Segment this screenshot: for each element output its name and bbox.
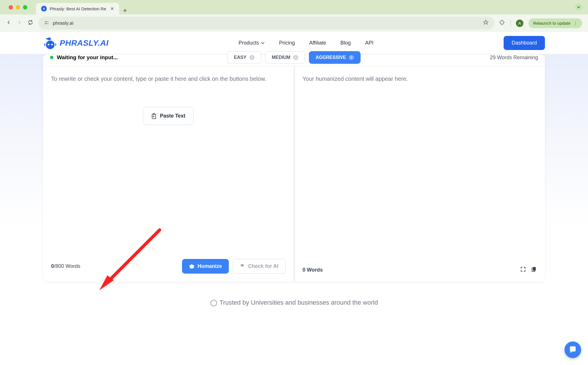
chevron-down-icon	[261, 41, 265, 45]
nav-affiliate[interactable]: Affiliate	[309, 40, 326, 46]
input-placeholder[interactable]: To rewrite or check your content, type o…	[51, 74, 286, 83]
menu-icon: ⋮	[573, 21, 578, 26]
input-footer: 0/800 Words Humanize	[51, 253, 286, 274]
paste-area: Paste Text	[51, 107, 286, 125]
logo[interactable]: PHRASLY.AI	[43, 37, 109, 49]
paste-label: Paste Text	[160, 113, 185, 119]
info-icon: i	[249, 55, 254, 60]
bookmark-icon[interactable]	[483, 20, 489, 27]
dashboard-label: Dashboard	[512, 40, 537, 46]
relaunch-button[interactable]: Relaunch to update ⋮	[529, 18, 582, 28]
nav-products[interactable]: Products	[239, 40, 265, 46]
info-icon: i	[293, 55, 298, 60]
output-pane: Your humanized content will appear here.…	[295, 66, 545, 282]
nav-buttons	[6, 20, 33, 27]
footer-actions: Humanize Check for AI	[182, 259, 285, 274]
trusted-banner: ◯Trusted by Universities and businesses …	[43, 299, 545, 306]
main-content: Waiting for your input... EASY i MEDIUM …	[0, 54, 588, 342]
close-window-button[interactable]	[9, 5, 13, 9]
output-footer: 0 Words	[303, 261, 537, 274]
new-tab-button[interactable]: +	[123, 7, 127, 14]
relaunch-label: Relaunch to update	[533, 21, 570, 26]
reload-button[interactable]	[28, 20, 33, 27]
check-ai-button[interactable]: Check for AI	[233, 259, 285, 274]
address-bar[interactable]: phrasly.ai	[38, 17, 494, 30]
svg-rect-11	[153, 114, 155, 115]
browser-tab[interactable]: Phrasly: Best AI Detection Re ✕	[36, 3, 119, 14]
tab-title: Phrasly: Best AI Detection Re	[50, 6, 107, 11]
close-tab-icon[interactable]: ✕	[110, 6, 114, 11]
dashboard-button[interactable]: Dashboard	[504, 36, 545, 50]
nav-api[interactable]: API	[365, 40, 374, 46]
output-placeholder: Your humanized content will appear here.	[303, 74, 537, 83]
nav-pricing[interactable]: Pricing	[279, 40, 295, 46]
status-area: Waiting for your input...	[50, 54, 118, 61]
output-icons	[520, 266, 537, 274]
favicon-icon	[41, 6, 47, 11]
expand-icon[interactable]	[520, 266, 526, 274]
aggressive-label: AGGRESSIVE	[316, 55, 346, 60]
profile-avatar[interactable]: A	[516, 20, 523, 27]
difficulty-easy-button[interactable]: EASY i	[227, 51, 261, 64]
trusted-text: Trusted by Universities and businesses a…	[220, 299, 378, 306]
divider	[510, 20, 511, 27]
difficulty-medium-button[interactable]: MEDIUM i	[265, 51, 305, 64]
nav-links: Products Pricing Affiliate Blog API	[239, 40, 374, 46]
svg-point-1	[43, 8, 44, 9]
word-count-output: 0 Words	[303, 267, 323, 273]
profile-letter: A	[518, 21, 521, 26]
copy-icon[interactable]	[531, 266, 537, 274]
svg-point-7	[46, 41, 55, 49]
paste-icon	[151, 113, 156, 119]
minimize-window-button[interactable]	[16, 5, 20, 9]
status-text: Waiting for your input...	[57, 54, 118, 61]
flag-icon	[240, 264, 245, 269]
word-count-input: 0/800 Words	[51, 263, 80, 269]
site-settings-icon[interactable]	[44, 20, 49, 26]
back-button[interactable]	[6, 20, 11, 27]
humanize-label: Humanize	[198, 263, 222, 269]
check-ai-label: Check for AI	[248, 263, 278, 269]
tab-dropdown-button[interactable]	[575, 3, 582, 11]
svg-point-9	[51, 44, 53, 45]
svg-rect-12	[533, 267, 536, 271]
maximize-window-button[interactable]	[23, 5, 27, 9]
humanize-button[interactable]: Humanize	[182, 259, 229, 274]
nav-products-label: Products	[239, 40, 259, 46]
window-controls	[9, 5, 27, 9]
nav-blog[interactable]: Blog	[341, 40, 351, 46]
word-count-limit: /800 Words	[54, 263, 80, 269]
status-dot-icon	[50, 56, 53, 59]
difficulty-aggressive-button[interactable]: AGGRESSIVE i	[309, 51, 361, 64]
title-bar: Phrasly: Best AI Detection Re ✕ +	[0, 0, 588, 14]
medium-label: MEDIUM	[272, 55, 290, 60]
editor-panel: Waiting for your input... EASY i MEDIUM …	[43, 54, 545, 282]
input-pane: To rewrite or check your content, type o…	[43, 66, 295, 282]
browser-chrome: Phrasly: Best AI Detection Re ✕ + phr	[0, 0, 588, 32]
info-icon: i	[349, 55, 354, 60]
easy-label: EASY	[234, 55, 247, 60]
editor-body: To rewrite or check your content, type o…	[43, 66, 545, 282]
forward-button[interactable]	[17, 20, 22, 27]
svg-rect-4	[45, 23, 47, 24]
svg-point-8	[48, 44, 49, 45]
logo-icon	[43, 37, 57, 49]
svg-rect-3	[45, 22, 47, 22]
url-text: phrasly.ai	[53, 20, 479, 26]
tabs-area: Phrasly: Best AI Detection Re ✕ +	[36, 0, 127, 14]
logo-text: PHRASLY.AI	[60, 39, 109, 48]
extensions-icon[interactable]	[500, 20, 505, 27]
difficulty-buttons: EASY i MEDIUM i AGGRESSIVE i	[227, 51, 361, 64]
browser-toolbar: phrasly.ai A Relaunch to update ⋮	[0, 14, 588, 32]
graduation-icon	[189, 264, 195, 269]
words-remaining: 29 Words Remaining	[490, 55, 538, 61]
word-count-number: 0	[51, 263, 54, 269]
svg-point-2	[44, 8, 45, 9]
paste-text-button[interactable]: Paste Text	[143, 107, 194, 125]
editor-top: Waiting for your input... EASY i MEDIUM …	[43, 54, 545, 66]
